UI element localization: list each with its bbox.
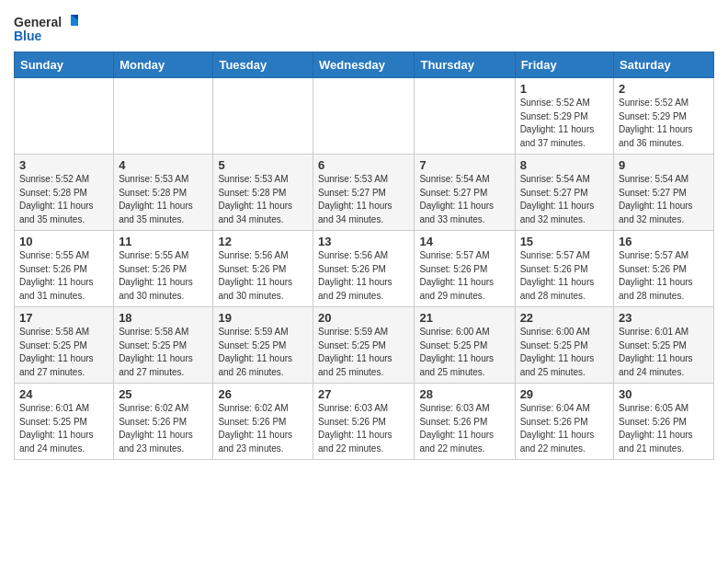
weekday-header-wednesday: Wednesday (313, 52, 415, 78)
svg-text:General: General (14, 15, 62, 29)
calendar-cell: 18Sunrise: 5:58 AM Sunset: 5:25 PM Dayli… (114, 307, 213, 384)
day-info: Sunrise: 6:03 AM Sunset: 5:26 PM Dayligh… (318, 402, 409, 455)
day-info: Sunrise: 6:03 AM Sunset: 5:26 PM Dayligh… (419, 402, 509, 455)
day-info: Sunrise: 5:57 AM Sunset: 5:26 PM Dayligh… (619, 249, 709, 303)
calendar-cell: 5Sunrise: 5:53 AM Sunset: 5:28 PM Daylig… (213, 155, 313, 231)
calendar-cell: 13Sunrise: 5:56 AM Sunset: 5:26 PM Dayli… (313, 231, 415, 307)
calendar-cell: 19Sunrise: 5:59 AM Sunset: 5:25 PM Dayli… (213, 307, 313, 384)
day-number: 3 (19, 158, 108, 172)
calendar-cell (114, 78, 213, 155)
day-info: Sunrise: 5:52 AM Sunset: 5:28 PM Dayligh… (19, 173, 108, 226)
calendar-cell: 15Sunrise: 5:57 AM Sunset: 5:26 PM Dayli… (515, 231, 613, 307)
day-number: 29 (520, 387, 609, 401)
calendar-row-5: 24Sunrise: 6:01 AM Sunset: 5:25 PM Dayli… (15, 384, 714, 460)
day-number: 30 (619, 387, 709, 401)
day-info: Sunrise: 6:01 AM Sunset: 5:25 PM Dayligh… (619, 326, 709, 379)
day-info: Sunrise: 5:58 AM Sunset: 5:25 PM Dayligh… (119, 326, 208, 379)
calendar-cell (313, 78, 415, 155)
day-info: Sunrise: 6:02 AM Sunset: 5:26 PM Dayligh… (119, 402, 208, 455)
day-number: 26 (218, 387, 308, 401)
day-info: Sunrise: 5:53 AM Sunset: 5:28 PM Dayligh… (119, 173, 208, 226)
calendar-cell: 26Sunrise: 6:02 AM Sunset: 5:26 PM Dayli… (213, 384, 313, 460)
day-number: 23 (619, 311, 709, 325)
header: General Blue (14, 9, 714, 46)
day-info: Sunrise: 5:58 AM Sunset: 5:25 PM Dayligh… (19, 326, 108, 379)
day-info: Sunrise: 5:59 AM Sunset: 5:25 PM Dayligh… (318, 326, 409, 379)
day-info: Sunrise: 5:53 AM Sunset: 5:27 PM Dayligh… (318, 173, 409, 226)
day-info: Sunrise: 5:57 AM Sunset: 5:26 PM Dayligh… (419, 249, 509, 303)
calendar-cell: 24Sunrise: 6:01 AM Sunset: 5:25 PM Dayli… (15, 384, 114, 460)
calendar-table: SundayMondayTuesdayWednesdayThursdayFrid… (14, 52, 714, 460)
logo: General Blue (14, 13, 78, 46)
day-number: 8 (520, 158, 609, 172)
calendar-cell: 7Sunrise: 5:54 AM Sunset: 5:27 PM Daylig… (415, 155, 515, 231)
day-number: 2 (619, 82, 709, 96)
day-number: 5 (218, 158, 308, 172)
day-number: 27 (318, 387, 409, 401)
day-number: 16 (619, 235, 709, 248)
day-info: Sunrise: 6:00 AM Sunset: 5:25 PM Dayligh… (419, 326, 509, 379)
day-info: Sunrise: 5:56 AM Sunset: 5:26 PM Dayligh… (218, 249, 308, 303)
calendar-cell: 11Sunrise: 5:55 AM Sunset: 5:26 PM Dayli… (114, 231, 213, 307)
day-number: 11 (119, 235, 208, 248)
calendar-cell (415, 78, 515, 155)
calendar-row-2: 3Sunrise: 5:52 AM Sunset: 5:28 PM Daylig… (15, 155, 714, 231)
calendar-cell: 8Sunrise: 5:54 AM Sunset: 5:27 PM Daylig… (515, 155, 613, 231)
day-number: 20 (318, 311, 409, 325)
day-info: Sunrise: 5:52 AM Sunset: 5:29 PM Dayligh… (619, 97, 709, 150)
calendar-cell: 10Sunrise: 5:55 AM Sunset: 5:26 PM Dayli… (15, 231, 114, 307)
day-info: Sunrise: 6:05 AM Sunset: 5:26 PM Dayligh… (619, 402, 709, 455)
day-number: 13 (318, 235, 409, 248)
calendar-cell: 22Sunrise: 6:00 AM Sunset: 5:25 PM Dayli… (515, 307, 613, 384)
calendar-cell: 23Sunrise: 6:01 AM Sunset: 5:25 PM Dayli… (614, 307, 714, 384)
calendar-cell (15, 78, 114, 155)
day-number: 12 (218, 235, 308, 248)
calendar-cell: 29Sunrise: 6:04 AM Sunset: 5:26 PM Dayli… (515, 384, 613, 460)
calendar-row-3: 10Sunrise: 5:55 AM Sunset: 5:26 PM Dayli… (15, 231, 714, 307)
calendar-row-4: 17Sunrise: 5:58 AM Sunset: 5:25 PM Dayli… (15, 307, 714, 384)
weekday-header-friday: Friday (515, 52, 613, 78)
weekday-header-saturday: Saturday (614, 52, 714, 78)
day-number: 22 (520, 311, 609, 325)
calendar-cell: 3Sunrise: 5:52 AM Sunset: 5:28 PM Daylig… (15, 155, 114, 231)
day-number: 28 (419, 387, 509, 401)
day-info: Sunrise: 5:57 AM Sunset: 5:26 PM Dayligh… (520, 249, 609, 303)
weekday-header-thursday: Thursday (415, 52, 515, 78)
day-info: Sunrise: 5:52 AM Sunset: 5:29 PM Dayligh… (520, 97, 609, 150)
calendar-cell: 9Sunrise: 5:54 AM Sunset: 5:27 PM Daylig… (614, 155, 714, 231)
day-info: Sunrise: 5:55 AM Sunset: 5:26 PM Dayligh… (19, 249, 108, 303)
calendar-cell: 30Sunrise: 6:05 AM Sunset: 5:26 PM Dayli… (614, 384, 714, 460)
calendar-cell (213, 78, 313, 155)
calendar-cell: 17Sunrise: 5:58 AM Sunset: 5:25 PM Dayli… (15, 307, 114, 384)
day-info: Sunrise: 5:56 AM Sunset: 5:26 PM Dayligh… (318, 249, 409, 303)
day-number: 21 (419, 311, 509, 325)
day-info: Sunrise: 6:04 AM Sunset: 5:26 PM Dayligh… (520, 402, 609, 455)
logo-svg: General Blue (14, 13, 78, 46)
day-number: 1 (520, 82, 609, 96)
day-info: Sunrise: 5:53 AM Sunset: 5:28 PM Dayligh… (218, 173, 308, 226)
day-number: 25 (119, 387, 208, 401)
calendar-cell: 21Sunrise: 6:00 AM Sunset: 5:25 PM Dayli… (415, 307, 515, 384)
weekday-header-row: SundayMondayTuesdayWednesdayThursdayFrid… (15, 52, 714, 78)
day-info: Sunrise: 5:55 AM Sunset: 5:26 PM Dayligh… (119, 249, 208, 303)
calendar-cell: 2Sunrise: 5:52 AM Sunset: 5:29 PM Daylig… (614, 78, 714, 155)
day-number: 24 (19, 387, 108, 401)
calendar-cell: 14Sunrise: 5:57 AM Sunset: 5:26 PM Dayli… (415, 231, 515, 307)
calendar-cell: 25Sunrise: 6:02 AM Sunset: 5:26 PM Dayli… (114, 384, 213, 460)
day-info: Sunrise: 5:59 AM Sunset: 5:25 PM Dayligh… (218, 326, 308, 379)
day-number: 18 (119, 311, 208, 325)
day-number: 7 (419, 158, 509, 172)
day-number: 9 (619, 158, 709, 172)
day-info: Sunrise: 5:54 AM Sunset: 5:27 PM Dayligh… (619, 173, 709, 226)
weekday-header-monday: Monday (114, 52, 213, 78)
day-number: 4 (119, 158, 208, 172)
day-number: 6 (318, 158, 409, 172)
calendar-cell: 16Sunrise: 5:57 AM Sunset: 5:26 PM Dayli… (614, 231, 714, 307)
calendar-cell: 20Sunrise: 5:59 AM Sunset: 5:25 PM Dayli… (313, 307, 415, 384)
calendar-cell: 1Sunrise: 5:52 AM Sunset: 5:29 PM Daylig… (515, 78, 613, 155)
calendar-cell: 6Sunrise: 5:53 AM Sunset: 5:27 PM Daylig… (313, 155, 415, 231)
day-info: Sunrise: 5:54 AM Sunset: 5:27 PM Dayligh… (520, 173, 609, 226)
day-number: 15 (520, 235, 609, 248)
weekday-header-sunday: Sunday (15, 52, 114, 78)
svg-text:Blue: Blue (14, 29, 42, 43)
